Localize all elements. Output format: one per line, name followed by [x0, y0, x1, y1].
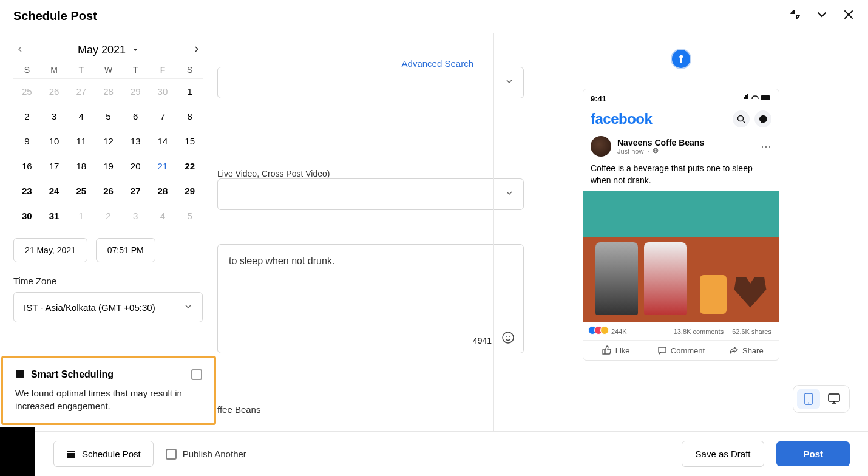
svg-point-6	[737, 115, 743, 121]
dropdown-icon[interactable]	[132, 45, 139, 56]
avatar	[591, 136, 611, 157]
calendar-day[interactable]: 11	[67, 129, 95, 154]
calendar-day[interactable]: 8	[176, 104, 203, 129]
timezone-label: Time Zone	[13, 276, 203, 286]
calendar-day[interactable]: 19	[95, 154, 122, 178]
close-icon[interactable]	[843, 8, 855, 23]
comment-label: Comment	[671, 346, 705, 355]
mobile-view-button[interactable]	[797, 389, 820, 409]
calendar-day: 3	[122, 203, 149, 228]
calendar-popover: May 2021 SMTWTFS 25262728293012345678910…	[0, 33, 217, 322]
status-icons	[744, 94, 771, 103]
calendar-day[interactable]: 10	[41, 129, 68, 154]
post-image	[583, 191, 779, 322]
save-draft-button[interactable]: Save as Draft	[682, 441, 765, 467]
messenger-icon[interactable]	[754, 110, 771, 127]
calendar-day[interactable]: 28	[149, 178, 177, 203]
calendar-day[interactable]: 23	[13, 178, 41, 203]
calendar-day: 27	[67, 79, 95, 104]
calendar-day[interactable]: 21	[149, 154, 177, 178]
timezone-select[interactable]: IST - Asia/Kolkata (GMT +05:30)	[13, 292, 203, 322]
calendar-day[interactable]: 5	[95, 104, 122, 129]
reaction-icons	[591, 326, 609, 336]
calendar-day[interactable]: 1	[176, 79, 203, 104]
calendar-day: 1	[67, 203, 95, 228]
prev-month-icon[interactable]	[16, 45, 24, 56]
post-author-name: Naveens Coffe Beans	[617, 138, 704, 148]
share-button[interactable]: Share	[714, 341, 779, 360]
chevron-down-icon	[184, 302, 192, 313]
search-icon[interactable]	[733, 110, 750, 127]
svg-point-9	[808, 403, 809, 404]
video-types-note: Live Video, Cross Post Video)	[217, 169, 330, 178]
globe-icon	[653, 148, 659, 155]
smart-scheduling-title: Smart Scheduling	[31, 369, 114, 380]
share-label: Share	[742, 346, 764, 355]
collapse-icon[interactable]	[816, 8, 828, 23]
calendar-day[interactable]: 16	[13, 154, 41, 178]
dow-cell: T	[122, 65, 149, 75]
calendar-day[interactable]: 3	[41, 104, 68, 129]
minimize-icon[interactable]	[789, 8, 801, 23]
calendar-icon	[66, 449, 76, 459]
calendar-day: 26	[41, 79, 68, 104]
calendar-day[interactable]: 2	[13, 104, 41, 129]
dow-cell: W	[95, 65, 122, 75]
calendar-day[interactable]: 7	[149, 104, 177, 129]
select-field-2[interactable]	[217, 178, 524, 210]
calendar-day[interactable]: 26	[95, 178, 122, 203]
post-message-text: to sleep when not drunk.	[229, 256, 334, 266]
svg-rect-11	[67, 450, 75, 458]
selected-date-field[interactable]: 21 May, 2021	[13, 238, 87, 262]
post-message-textarea[interactable]: to sleep when not drunk. 4941	[217, 244, 524, 353]
select-field-1[interactable]	[217, 67, 524, 98]
selected-time-field[interactable]: 07:51 PM	[96, 238, 155, 262]
smart-scheduling-desc: We found optimal times that may result i…	[15, 387, 202, 412]
calendar-day[interactable]: 12	[95, 129, 122, 154]
calendar-day[interactable]: 27	[122, 178, 149, 203]
post-button[interactable]: Post	[776, 441, 850, 466]
calendar-day: 5	[176, 203, 203, 228]
calendar-day[interactable]: 30	[13, 203, 41, 228]
calendar-day[interactable]: 14	[149, 129, 177, 154]
calendar-day: 4	[149, 203, 177, 228]
calendar-day[interactable]: 17	[41, 154, 68, 178]
calendar-day[interactable]: 29	[176, 178, 203, 203]
svg-rect-4	[16, 372, 24, 372]
calendar-day[interactable]: 22	[176, 154, 203, 178]
mobile-preview: 9:41 facebook Naveens Coffe Beans Just n…	[583, 89, 779, 361]
calendar-day[interactable]: 15	[176, 129, 203, 154]
calendar-day[interactable]: 9	[13, 129, 41, 154]
calendar-day[interactable]: 18	[67, 154, 95, 178]
calendar-day[interactable]: 24	[41, 178, 68, 203]
dow-cell: M	[41, 65, 68, 75]
schedule-post-label: Schedule Post	[82, 449, 141, 459]
calendar-month-label[interactable]: May 2021	[78, 44, 126, 56]
desktop-view-button[interactable]	[822, 389, 846, 409]
calendar-day[interactable]: 13	[122, 129, 149, 154]
smart-scheduling-checkbox[interactable]	[191, 369, 202, 380]
calendar-day[interactable]: 6	[122, 104, 149, 129]
svg-rect-3	[16, 370, 24, 378]
schedule-post-button[interactable]: Schedule Post	[53, 441, 154, 467]
share-count: 62.6K shares	[732, 328, 771, 335]
like-label: Like	[615, 346, 630, 355]
publish-another-checkbox[interactable]: Publish Another	[166, 449, 246, 460]
device-toggle	[793, 385, 850, 413]
calendar-day: 28	[95, 79, 122, 104]
calendar-day[interactable]: 4	[67, 104, 95, 129]
calendar-day: 30	[149, 79, 177, 104]
post-menu-icon[interactable]: ⋯	[761, 140, 771, 153]
comment-button[interactable]: Comment	[648, 341, 713, 360]
preview-pane: f 9:41 facebook Naveens Coffe Beans Just…	[493, 33, 868, 431]
svg-rect-5	[761, 95, 770, 100]
calendar-day: 25	[13, 79, 41, 104]
svg-rect-12	[67, 452, 75, 453]
calendar-day[interactable]: 20	[122, 154, 149, 178]
next-month-icon[interactable]	[192, 45, 201, 56]
calendar-day[interactable]: 25	[67, 178, 95, 203]
like-button[interactable]: Like	[583, 341, 648, 360]
calendar-day[interactable]: 31	[41, 203, 68, 228]
dow-cell: S	[13, 65, 41, 75]
attached-image-label: ffee Beans	[217, 404, 260, 415]
